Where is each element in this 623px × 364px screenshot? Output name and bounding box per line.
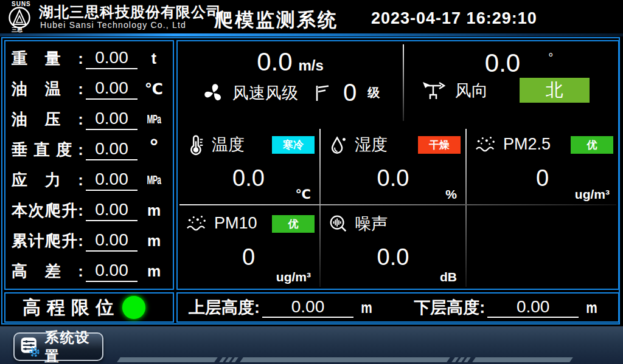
metric-value: 0.00 xyxy=(86,78,137,100)
elevation-limit-status-light xyxy=(122,296,145,319)
particles-icon xyxy=(185,213,208,233)
settings-button[interactable]: 系统设置 xyxy=(13,332,103,361)
metric-label: 高差: xyxy=(12,261,83,282)
metric-label: 本次爬升: xyxy=(12,200,83,221)
wind-speed-label: 风速风级 xyxy=(232,82,298,104)
metric-row-oil-temp: 油温: 0.00 ℃ xyxy=(12,74,167,104)
environment-panel: 0.0 m/s 风速风级 0 级 xyxy=(176,40,619,290)
wind-level-unit: 级 xyxy=(367,84,380,101)
metric-label: 应力: xyxy=(12,170,83,191)
upper-height-group: 上层高度: 0.00 m xyxy=(189,297,374,318)
metric-value: 0.00 xyxy=(86,230,137,252)
wind-direction-section: 0.0 ° 风向 北 xyxy=(404,41,618,125)
metric-unit: MPa xyxy=(146,112,161,126)
wind-speed-value: 0.0 xyxy=(257,47,292,77)
wind-level-value: 0 xyxy=(343,79,357,106)
metric-label: 油压: xyxy=(12,109,83,130)
sensor-name: 温度 xyxy=(212,134,245,156)
company-name-cn: 湖北三思科技股份有限公司 xyxy=(39,2,221,22)
footer-bar: 系统设置 xyxy=(0,326,623,364)
climbing-formwork-monitor-screen: SUNS 三思 湖北三思科技股份有限公司 Hubei Sansi Technol… xyxy=(0,0,623,364)
noise-icon xyxy=(328,213,349,235)
sensor-cell-humidity: 湿度 干燥 0.0 % xyxy=(321,126,465,204)
metric-row-oil-pressure: 油压: 0.00 MPa xyxy=(12,104,167,134)
wind-direction-label: 风向 xyxy=(455,80,488,101)
metric-unit: ℃ xyxy=(141,80,167,98)
sensor-cell-noise: 噪声 0.0 dB xyxy=(321,205,465,287)
metric-label: 油温: xyxy=(12,78,83,100)
sensor-cell-pm25: PM2.5 优 0 ug/m³ xyxy=(467,126,618,204)
sensor-name: 噪声 xyxy=(355,213,388,235)
datetime-display: 2023-04-17 16:29:10 xyxy=(371,9,537,28)
metric-label: 垂直度: xyxy=(12,139,83,160)
metric-row-weight: 重量: 0.00 t xyxy=(12,43,167,74)
upper-height-unit: m xyxy=(361,298,372,317)
sensor-cell-temperature: 温度 寒冷 0.0 ℃ xyxy=(178,126,319,204)
metric-value: 0.00 xyxy=(86,139,137,160)
lower-height-group: 下层高度: 0.00 m xyxy=(414,297,599,318)
sensor-badge: 干燥 xyxy=(418,136,461,154)
droplet-icon xyxy=(328,134,349,156)
elevation-limit-label: 高程限位 xyxy=(23,295,120,320)
lower-height-label: 下层高度: xyxy=(414,297,485,318)
settings-label: 系统设置 xyxy=(45,328,97,364)
metric-unit: t xyxy=(141,50,167,67)
particles-icon xyxy=(474,134,497,154)
metric-row-height-diff: 高差: 0.00 m xyxy=(12,256,167,286)
elevation-limit-panel: 高程限位 xyxy=(4,292,174,323)
sensor-badge: 优 xyxy=(571,136,613,154)
layer-heights-panel: 上层高度: 0.00 m 下层高度: 0.00 m xyxy=(176,292,619,323)
metric-row-current-climb: 本次爬升: 0.00 m xyxy=(12,195,167,225)
wind-level-icon xyxy=(313,83,331,103)
lower-height-unit: m xyxy=(586,298,597,317)
header-divider xyxy=(0,33,623,36)
wind-speed-unit: m/s xyxy=(299,57,324,74)
wind-speed-section: 0.0 m/s 风速风级 0 级 xyxy=(178,41,403,125)
upper-height-label: 上层高度: xyxy=(189,297,260,318)
metric-value: 0.00 xyxy=(86,169,137,191)
sensor-name: PM10 xyxy=(214,214,257,233)
sensor-name: 湿度 xyxy=(355,134,388,156)
sensor-value: 0 xyxy=(178,244,319,270)
metrics-panel: 重量: 0.00 t 油温: 0.00 ℃ 油压: 0.00 MPa 垂直度: … xyxy=(4,40,174,290)
sensor-value: 0.0 xyxy=(321,165,465,191)
metric-unit: MPa xyxy=(146,173,161,187)
sensor-badge: 优 xyxy=(272,215,315,233)
metric-label: 累计爬升: xyxy=(12,230,83,252)
metric-value: 0.00 xyxy=(86,108,137,130)
upper-height-value: 0.00 xyxy=(262,297,353,318)
metric-unit: m xyxy=(141,263,167,280)
metric-unit: m xyxy=(141,232,167,250)
wind-direction-value: 0.0 xyxy=(485,49,520,78)
wind-direction-badge: 北 xyxy=(520,78,590,103)
sensor-badge: 寒冷 xyxy=(272,136,315,154)
sensor-unit: dB xyxy=(440,270,457,284)
metric-row-total-climb: 累计爬升: 0.00 m xyxy=(12,225,167,256)
wind-direction-unit: ° xyxy=(548,51,553,65)
metric-row-verticality: 垂直度: 0.00 ° xyxy=(12,134,167,165)
sensor-unit: ug/m³ xyxy=(276,270,311,284)
sensor-name: PM2.5 xyxy=(503,135,551,154)
metric-value: 0.00 xyxy=(86,47,137,69)
sensor-cell-pm10: PM10 优 0 ug/m³ xyxy=(178,205,319,287)
company-logo: SUNS 三思 xyxy=(4,1,39,34)
metric-row-stress: 应力: 0.00 MPa xyxy=(12,165,167,195)
lower-height-value: 0.00 xyxy=(487,297,579,318)
header-bar: SUNS 三思 湖北三思科技股份有限公司 Hubei Sansi Technol… xyxy=(0,0,623,34)
sensor-unit: % xyxy=(445,187,457,202)
metric-value: 0.00 xyxy=(86,260,137,282)
settings-icon xyxy=(20,335,40,359)
fan-icon xyxy=(201,80,226,106)
thermometer-icon xyxy=(185,134,206,156)
metric-unit: m xyxy=(141,202,167,219)
sensor-unit: ℃ xyxy=(296,187,311,202)
metric-label: 重量: xyxy=(12,48,83,69)
wind-vane-icon xyxy=(421,79,448,102)
sensor-value: 0.0 xyxy=(321,244,465,270)
metric-value: 0.00 xyxy=(86,199,137,221)
page-title: 爬模监测系统 xyxy=(214,7,338,33)
metric-unit: ° xyxy=(141,139,167,153)
sensor-unit: ug/m³ xyxy=(575,187,610,202)
company-name-en: Hubei Sansi Technology Co., Ltd xyxy=(40,20,186,30)
